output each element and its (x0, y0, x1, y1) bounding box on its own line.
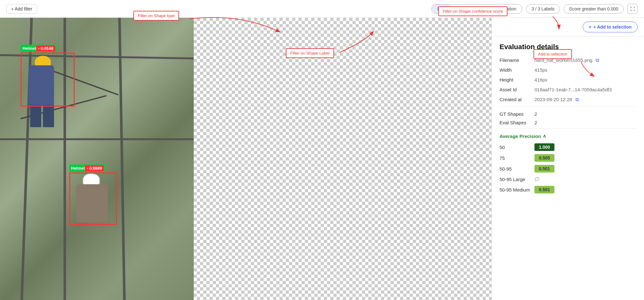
height-value: 416px (534, 77, 547, 82)
chevron-up-icon[interactable]: ∧ (543, 133, 546, 139)
ap-75-label: 75 (500, 155, 534, 161)
plus-icon-btn: + (589, 24, 591, 29)
image-panel: Helmet - 0.9148 Helmet - 0.8889 (0, 18, 194, 300)
expand-button[interactable]: ⛶ (627, 4, 638, 14)
ground-truth-button[interactable]: Ground Truth (452, 4, 490, 13)
eval-details-section: Evaluation details Filename hard_hat_wor… (492, 36, 644, 203)
ap-50-label: 50 (500, 145, 534, 150)
created-at-value: 2023-09-20 12:28 ⧉ (534, 97, 580, 102)
checker-panel (194, 18, 492, 300)
height-row: Height 416px (500, 77, 636, 82)
eval-shapes-row: Eval Shapes 2 (500, 120, 636, 125)
detection-class-2: Helmet (71, 166, 85, 171)
detection-label-1: Helmet - 0.9148 (21, 45, 57, 52)
created-at-row: Created at 2023-09-20 12:28 ⧉ (500, 97, 636, 102)
created-at-copy-icon[interactable]: ⧉ (574, 97, 580, 102)
gt-shapes-value: 2 (534, 111, 537, 117)
filename-value: hard_hat_workers1655.png ⧉ (534, 57, 600, 63)
labels-filter-text: 3 / 3 Labels (532, 6, 554, 11)
ap-50-95-badge: 0.501 (534, 165, 554, 173)
eval-details-title: Evaluation details (500, 43, 636, 51)
shape-type-filter: Both Ground Truth Evaluation (431, 4, 522, 14)
divider-2 (500, 128, 636, 129)
width-label: Width (500, 67, 534, 73)
filename-copy-icon[interactable]: ⧉ (595, 58, 600, 63)
add-to-selection-bar: + + Add to selection (492, 18, 644, 36)
height-label: Height (500, 77, 534, 82)
detection-class-1: Helmet (23, 46, 36, 51)
ap-50-row: 50 1.000 (500, 143, 636, 151)
scaffold-beam (0, 138, 194, 140)
ap-50-95-large-label: 50-95 Large (500, 177, 534, 182)
ap-50-95-label: 50-95 (500, 166, 534, 172)
detection-score-1: - 0.9148 (36, 45, 55, 51)
score-filter-text: Score greater than 0.000 (569, 6, 618, 11)
avg-precision-title: Average Precision ∧ (500, 133, 636, 139)
filename-label: Filename (500, 57, 534, 63)
ap-50-95-medium-label: 50-95 Medium (500, 187, 534, 192)
add-filter-button[interactable]: + Add filter (6, 4, 37, 14)
divider-1 (500, 107, 636, 107)
width-value: 415px (534, 67, 547, 73)
asset-id-label: Asset Id (500, 87, 534, 92)
ap-75-badge: 0.505 (534, 154, 554, 162)
eval-shapes-label: Eval Shapes (500, 120, 534, 125)
detection-label-2: Helmet - 0.8889 (69, 165, 106, 172)
worker-legs (43, 105, 54, 127)
add-to-selection-button[interactable]: + + Add to selection (583, 22, 638, 32)
labels-filter[interactable]: 3 / 3 Labels (526, 4, 560, 14)
asset-id-row: Asset Id 018aaf71-1eab-7...14-7059ac4a5d… (500, 87, 636, 92)
gt-shapes-label: GT Shapes (500, 111, 534, 117)
asset-id-value: 018aaf71-1eab-7...14-7059ac4a5df3 (534, 87, 612, 92)
right-panel: + + Add to selection Evaluation details … (492, 18, 644, 300)
detection-box-2: Helmet - 0.8889 (69, 173, 117, 225)
main-content: Helmet - 0.9148 Helmet - 0.8889 + + Add … (0, 18, 644, 300)
evaluation-button[interactable]: Evaluation (490, 4, 522, 13)
created-at-label: Created at (500, 97, 534, 102)
ap-75-row: 75 0.505 (500, 154, 636, 162)
worker-legs (30, 105, 41, 127)
ap-50-95-medium-row: 50-95 Medium 0.501 (500, 186, 636, 193)
width-row: Width 415px (500, 67, 636, 73)
add-to-selection-label: + Add to selection (594, 24, 632, 29)
both-button[interactable]: Both (432, 4, 452, 13)
gt-shapes-row: GT Shapes 2 (500, 111, 636, 117)
expand-icon: ⛶ (630, 6, 635, 11)
ap-50-95-large-badge: ∅ (534, 176, 540, 183)
filename-row: Filename hard_hat_workers1655.png ⧉ (500, 57, 636, 63)
detection-score-2: - 0.8889 (85, 165, 104, 171)
top-bar: + Add filter Both Ground Truth Evaluatio… (0, 0, 644, 18)
ap-50-95-large-row: 50-95 Large ∅ (500, 176, 636, 183)
eval-shapes-value: 2 (534, 120, 537, 125)
detection-box-1: Helmet - 0.9148 (21, 53, 75, 107)
ap-50-95-row: 50-95 0.501 (500, 165, 636, 173)
score-filter[interactable]: Score greater than 0.000 (564, 4, 624, 14)
plus-icon: + Add filter (11, 6, 32, 11)
ap-50-95-medium-badge: 0.501 (534, 186, 554, 193)
ap-50-badge: 1.000 (534, 143, 554, 151)
